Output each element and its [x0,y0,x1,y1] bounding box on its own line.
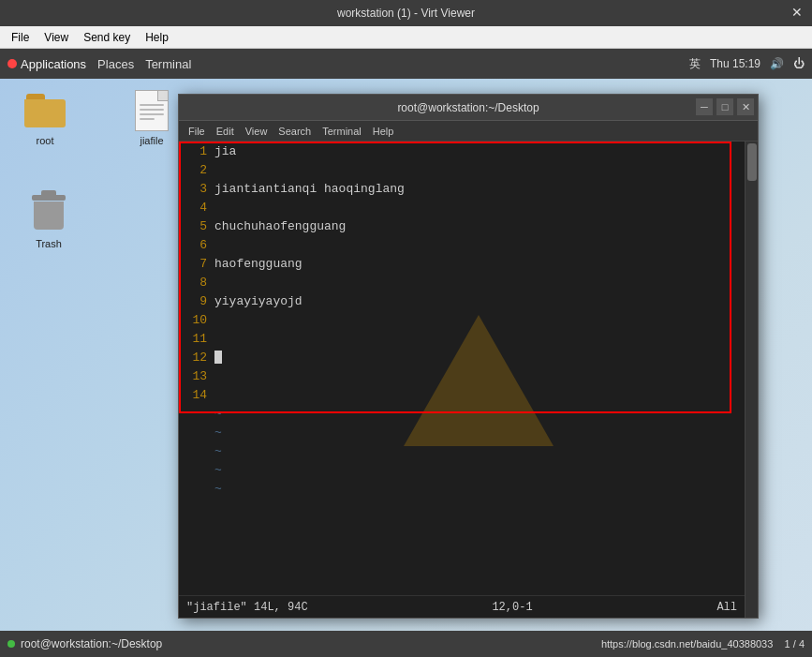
line-num-2: 2 [181,163,207,177]
terminal-controls: ─ □ ✕ [696,98,754,115]
desktop-icon-root[interactable]: root [15,88,75,146]
applications-label: Applications [21,57,86,71]
line-content-7: haofengguang [214,257,303,271]
power-icon[interactable]: ⏻ [793,57,805,70]
tilde-content-3: ~ [214,444,222,458]
vim-line-1: 1 jia [179,142,745,160]
trash-icon [26,191,71,236]
clock: Thu 15:19 [710,57,760,70]
taskbar-right: 英 Thu 15:19 🔊 ⏻ [689,56,805,72]
term-menu-terminal[interactable]: Terminal [318,125,365,138]
launcher-dot [7,59,17,68]
line-num-1: 1 [181,144,207,158]
vim-status-pos: 12,0-1 [492,601,532,614]
menu-help[interactable]: Help [141,29,172,46]
line-num-6: 6 [181,238,207,252]
line-content-12 [214,351,222,365]
tilde-line-3: ~ [179,441,745,460]
term-menu-search[interactable]: Search [274,125,315,138]
page-indicator: 1 / 4 [785,638,805,650]
tilde-line-4: ~ [179,460,745,479]
file-icon-jiafile [129,88,174,133]
terminal-titlebar: root@workstation:~/Desktop ─ □ ✕ [179,95,758,121]
term-menu-help[interactable]: Help [369,125,398,138]
vim-line-14: 14 [179,385,745,404]
bottom-bar: root@workstation:~/Desktop https://blog.… [0,631,812,657]
title-bar: workstation (1) - Virt Viewer ✕ [0,0,812,26]
vim-line-6: 6 [179,235,745,254]
vim-line-5: 5 chuchuhaofengguang [179,217,745,235]
menu-bar: File View Send key Help [0,26,812,49]
folder-icon-root [22,88,67,133]
vim-area[interactable]: 1 jia 2 3 jiantiantianqi haoqinglang 4 [179,142,745,618]
jiafile-icon-label: jiafile [140,135,163,146]
terminal-title: root@workstation:~/Desktop [397,101,539,114]
vim-line-10: 10 [179,310,745,329]
desktop-icon-jiafile[interactable]: jiafile [122,88,182,146]
trash-icon-label: Trash [36,238,62,249]
vim-line-11: 11 [179,329,745,348]
menu-sendkey[interactable]: Send key [80,29,134,46]
line-num-14: 14 [181,388,207,402]
line-num-7: 7 [181,257,207,271]
vim-line-12: 12 [179,348,745,366]
tilde-content-4: ~ [214,463,222,477]
tilde-line-5: ~ [179,479,745,498]
taskbar: Applications Places Terminal 英 Thu 15:19… [0,49,812,79]
user-path: root@workstation:~/Desktop [21,637,162,650]
vim-line-9: 9 yiyayiyayojd [179,291,745,310]
vim-line-13: 13 [179,366,745,385]
scroll-thumb[interactable] [747,143,757,181]
term-menu-view[interactable]: View [242,125,272,138]
term-menu-edit[interactable]: Edit [213,125,238,138]
applications-launcher[interactable]: Applications [7,57,86,71]
term-menu-file[interactable]: File [185,125,209,138]
terminal-content: 1 jia 2 3 jiantiantianqi haoqinglang 4 [179,142,758,618]
desktop: root jiafile Trash [0,79,812,631]
terminal-close-button[interactable]: ✕ [737,98,754,115]
desktop-icon-trash[interactable]: Trash [19,191,79,249]
terminal-window: root@workstation:~/Desktop ─ □ ✕ File Ed… [178,94,759,619]
line-num-10: 10 [181,313,207,327]
tilde-line-1: ~ [179,404,745,423]
volume-icon[interactable]: 🔊 [770,57,784,70]
line-num-8: 8 [181,276,207,290]
bottom-right: https://blog.csdn.net/baidu_40388033 1 /… [601,638,805,650]
terminal-menu[interactable]: Terminal [145,57,191,71]
line-content-5: chuchuhaofengguang [214,219,346,233]
terminal-maximize-button[interactable]: □ [716,98,733,115]
line-content-9: yiyayiyayojd [214,294,303,308]
vim-cursor [214,351,222,364]
line-content-3: jiantiantianqi haoqinglang [214,182,405,196]
line-num-9: 9 [181,294,207,308]
line-num-13: 13 [181,369,207,383]
root-icon-label: root [37,135,54,146]
line-num-4: 4 [181,201,207,215]
vim-line-4: 4 [179,198,745,217]
tilde-content-1: ~ [214,407,222,421]
terminal-scrollbar[interactable] [745,142,758,618]
vim-editor[interactable]: 1 jia 2 3 jiantiantianqi haoqinglang 4 [179,142,745,595]
menu-file[interactable]: File [7,29,33,46]
vim-line-7: 7 haofengguang [179,254,745,273]
tilde-line-2: ~ [179,423,745,441]
line-num-3: 3 [181,182,207,196]
line-num-12: 12 [181,351,207,365]
vim-line-3: 3 jiantiantianqi haoqinglang [179,179,745,198]
line-content-1: jia [214,144,236,158]
status-dot [7,640,15,648]
tilde-content-2: ~ [214,426,222,440]
window-close-button[interactable]: ✕ [790,5,805,20]
bottom-left: root@workstation:~/Desktop [7,637,162,650]
line-num-5: 5 [181,219,207,233]
menu-view[interactable]: View [40,29,72,46]
tilde-content-5: ~ [214,482,222,496]
vim-line-8: 8 [179,273,745,291]
window-title: workstation (1) - Virt Viewer [337,7,475,20]
terminal-minimize-button[interactable]: ─ [696,98,713,115]
vim-line-2: 2 [179,160,745,179]
places-menu[interactable]: Places [97,57,134,71]
terminal-menubar: File Edit View Search Terminal Help [179,121,758,142]
page-url: https://blog.csdn.net/baidu_40388033 [601,638,773,650]
vim-status-file: "jiafile" 14L, 94C [186,601,308,614]
